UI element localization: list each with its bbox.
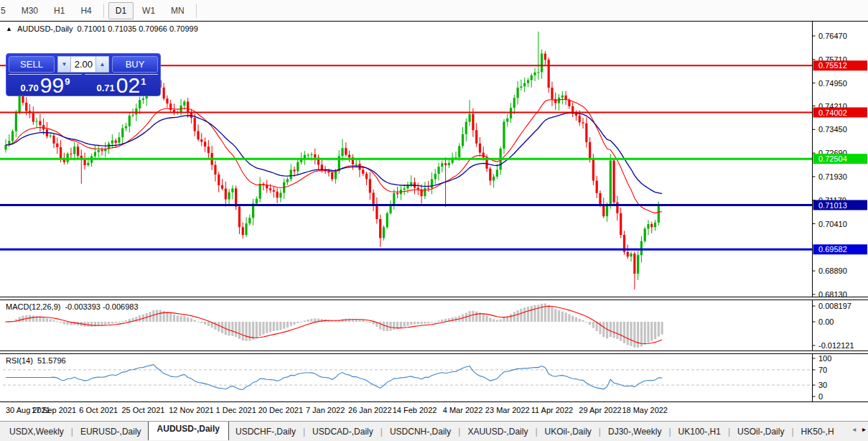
- symbol-tab-usdcad[interactable]: USDCAD-,Daily: [306, 423, 380, 440]
- slow-ma-line: [6, 113, 662, 193]
- tab-separator: |: [668, 427, 671, 437]
- date-label: 11 Apr 2022: [531, 406, 574, 414]
- date-label: 12 Nov 2021: [169, 406, 213, 414]
- symbol-tab-audusd[interactable]: AUDUSD-,Daily: [148, 421, 229, 440]
- rsi-canvas[interactable]: 10070300: [0, 354, 868, 401]
- svg-text:0.75512: 0.75512: [818, 61, 847, 70]
- rsi-panel[interactable]: 10070300 RSI(14)51.5796: [0, 353, 868, 402]
- svg-text:0.74950: 0.74950: [818, 79, 847, 88]
- svg-text:0.00: 0.00: [818, 317, 834, 326]
- rsi-line: [6, 365, 662, 390]
- tab-scroll-right-icon[interactable]: ▸: [862, 425, 866, 433]
- buy-price-pip: 1: [141, 76, 146, 87]
- date-label: 7 Jan 2022: [306, 406, 345, 414]
- symbol-tab-hk50[interactable]: HK50-,H: [795, 423, 841, 440]
- tab-separator: |: [791, 427, 793, 437]
- symbol-tab-usdcnh[interactable]: USDCNH-,Daily: [383, 423, 457, 440]
- date-label: 23 Mar 2022: [485, 406, 530, 414]
- date-axis: 30 Aug 202117 Sep 20216 Oct 202125 Oct 2…: [0, 402, 868, 421]
- date-label: 1 Dec 2021: [216, 406, 256, 414]
- sell-price-pip: 9: [65, 76, 70, 87]
- tab-separator: |: [71, 427, 73, 437]
- chart-ohlc-header: ▲AUDUSD-,Daily0.71001 0.71035 0.70966 0.…: [6, 24, 198, 33]
- volume-increase-icon[interactable]: ▲: [95, 56, 109, 73]
- rsi-header: RSI(14)51.5796: [6, 356, 66, 365]
- symbol-period-label: AUDUSD-,Daily: [17, 24, 73, 33]
- tf-button-mn[interactable]: MN: [164, 2, 192, 19]
- collapse-triangle-icon[interactable]: ▲: [6, 25, 12, 32]
- toolbar-separator: [196, 4, 197, 18]
- svg-text:0.71930: 0.71930: [818, 172, 847, 181]
- buy-button[interactable]: BUY: [112, 56, 158, 73]
- date-label: 26 Jan 2022: [348, 406, 392, 414]
- sell-button[interactable]: SELL: [9, 56, 55, 73]
- date-label: 29 Apr 2022: [579, 406, 621, 414]
- date-label: 14 Feb 2022: [393, 406, 437, 414]
- tf-button-h1[interactable]: H1: [47, 2, 72, 19]
- rsi-label: RSI(14): [6, 356, 33, 365]
- symbol-tab-eurusd[interactable]: EURUSD-,Daily: [74, 423, 148, 440]
- svg-text:0.71013: 0.71013: [818, 201, 847, 210]
- macd-signal-line: [6, 306, 662, 343]
- tf-button-m30[interactable]: M30: [14, 2, 45, 19]
- timeframe-toolbar: 5 M30 H1 H4 D1 W1 MN: [0, 0, 868, 21]
- toolbar-separator: [103, 4, 104, 18]
- macd-values: -0.003393 -0.006983: [65, 302, 138, 311]
- svg-text:0.68890: 0.68890: [818, 266, 847, 275]
- macd-label: MACD(12,26,9): [6, 302, 60, 311]
- volume-spinner: ▼ 2.00 ▲: [57, 56, 109, 73]
- svg-text:-0.012121: -0.012121: [818, 341, 854, 350]
- macd-header: MACD(12,26,9)-0.003393 -0.006983: [6, 302, 139, 311]
- svg-text:0.68130: 0.68130: [818, 290, 847, 297]
- tf-button-d1[interactable]: D1: [108, 2, 134, 19]
- svg-text:0.76470: 0.76470: [818, 32, 847, 40]
- svg-text:0.73450: 0.73450: [818, 125, 847, 134]
- date-label: 18 May 2022: [622, 406, 668, 414]
- svg-text:30: 30: [818, 381, 827, 389]
- symbol-tab-usdx[interactable]: USDX,Weekly: [3, 423, 70, 440]
- tf-button-m5[interactable]: 5: [0, 2, 13, 19]
- one-click-trading-widget: SELL ▼ 2.00 ▲ BUY 0.70999 0.71021: [6, 53, 161, 96]
- ohlc-values: 0.71001 0.71035 0.70966 0.70999: [78, 24, 198, 33]
- fast-ma-line: [6, 99, 662, 213]
- rsi-value: 51.5796: [37, 356, 66, 365]
- macd-panel[interactable]: 0.0081970.00-0.012121 MACD(12,26,9)-0.00…: [0, 300, 868, 351]
- tab-separator: |: [599, 427, 601, 437]
- date-label: 4 Mar 2022: [443, 406, 483, 414]
- tab-separator: |: [728, 427, 730, 437]
- symbol-tab-dj30[interactable]: DJ30-,Weekly: [602, 423, 668, 440]
- tab-separator: |: [303, 427, 305, 437]
- symbol-tab-usdchf[interactable]: USDCHF-,Daily: [229, 423, 302, 440]
- buy-price-big: 02: [116, 75, 140, 96]
- sell-price-big: 99: [40, 75, 64, 96]
- tab-separator: |: [535, 427, 537, 437]
- date-label: 20 Dec 2021: [258, 406, 303, 414]
- sell-price-display[interactable]: 0.70999: [9, 74, 82, 96]
- symbol-tab-usoil[interactable]: USOil-,Daily: [731, 423, 790, 440]
- svg-text:0: 0: [818, 392, 823, 401]
- tf-button-h4[interactable]: H4: [73, 2, 98, 19]
- tab-separator: |: [458, 427, 460, 437]
- symbol-tab-xauusd[interactable]: XAUUSD-,Daily: [461, 423, 534, 440]
- buy-price-prefix: 0.71: [97, 83, 115, 93]
- volume-decrease-icon[interactable]: ▼: [57, 56, 71, 73]
- svg-text:0.70410: 0.70410: [818, 220, 847, 228]
- volume-input[interactable]: 2.00: [71, 56, 95, 73]
- symbol-tab-uk100[interactable]: UK100-,H1: [672, 423, 727, 440]
- tf-button-w1[interactable]: W1: [135, 2, 162, 19]
- date-label: 6 Oct 2021: [79, 406, 118, 414]
- tab-scroll-arrows: ◂ ▸: [848, 425, 866, 433]
- sell-price-prefix: 0.70: [21, 83, 39, 93]
- tab-separator: |: [381, 427, 383, 437]
- svg-text:0.008197: 0.008197: [818, 302, 851, 310]
- symbol-tab-bar: USDX,Weekly|EURUSD-,DailyAUDUSD-,DailyUS…: [0, 421, 868, 441]
- svg-text:70: 70: [818, 366, 827, 374]
- symbol-tab-ukoil[interactable]: UKOil-,Daily: [538, 423, 598, 440]
- svg-text:0.74002: 0.74002: [818, 108, 847, 117]
- tab-scroll-left-icon[interactable]: ◂: [852, 425, 856, 433]
- date-label: 17 Sep 2021: [32, 406, 76, 414]
- buy-price-display[interactable]: 0.71021: [85, 74, 158, 96]
- date-label: 25 Oct 2021: [121, 406, 164, 414]
- mt4-chart-window: { "toolbar": { "timeframes": ["5","M30",…: [0, 0, 868, 441]
- main-chart-panel[interactable]: 0.764700.757100.749500.742100.734500.726…: [0, 21, 868, 297]
